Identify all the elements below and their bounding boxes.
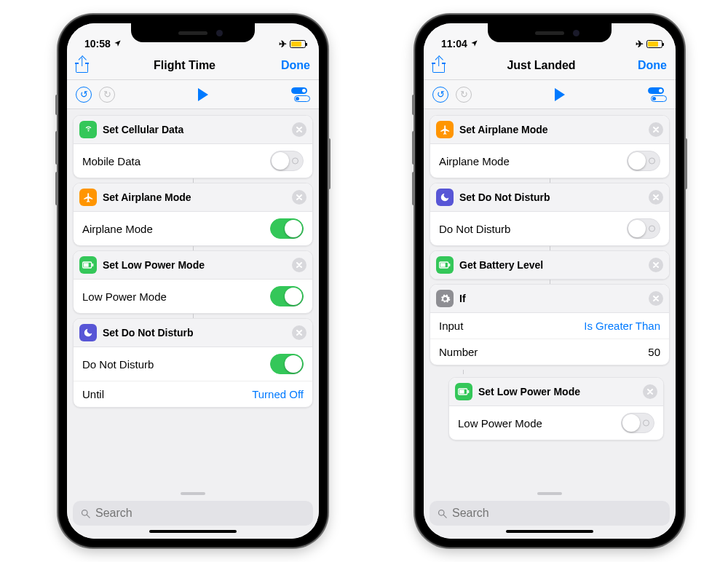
nav-bar: Flight Time Done: [67, 51, 319, 80]
bottom-sheet[interactable]: [424, 485, 676, 539]
drag-handle[interactable]: [181, 492, 205, 495]
action-title: Set Do Not Disturb: [459, 191, 643, 203]
svg-rect-10: [459, 389, 464, 393]
toggle-do-not-disturb[interactable]: [270, 354, 304, 374]
notch: [131, 23, 255, 42]
settings-button[interactable]: [291, 87, 310, 102]
bottom-sheet[interactable]: [67, 485, 319, 539]
airplane-icon: [79, 189, 97, 206]
share-icon[interactable]: [76, 58, 88, 73]
toggle-low-power-mode[interactable]: [270, 286, 304, 306]
row-airplane-mode: Airplane Mode: [430, 144, 669, 178]
action-title: Set Low Power Mode: [103, 259, 286, 271]
actions-list[interactable]: Set Cellular Data Mobile Data Set: [67, 109, 319, 485]
action-set-cellular-data[interactable]: Set Cellular Data Mobile Data: [73, 115, 313, 178]
done-button[interactable]: Done: [281, 59, 310, 72]
search-icon: [437, 508, 448, 519]
svg-line-12: [443, 515, 446, 518]
play-button[interactable]: [555, 88, 565, 101]
redo-button: ↻: [456, 87, 472, 103]
battery-icon: [79, 256, 97, 274]
done-button[interactable]: Done: [638, 59, 667, 72]
remove-action-button[interactable]: [649, 258, 663, 272]
svg-point-11: [439, 510, 445, 515]
toggle-mobile-data[interactable]: [270, 151, 304, 171]
remove-action-button[interactable]: [292, 190, 306, 205]
notch: [488, 23, 612, 42]
action-set-do-not-disturb[interactable]: Set Do Not Disturb Do Not Disturb: [430, 183, 670, 246]
action-title: Set Low Power Mode: [478, 386, 637, 397]
battery-icon: [455, 383, 472, 400]
action-get-battery-level[interactable]: Get Battery Level: [430, 250, 670, 280]
airplane-status-icon: ✈︎: [279, 39, 287, 50]
share-icon[interactable]: [432, 58, 445, 73]
row-do-not-disturb: Do Not Disturb: [74, 347, 312, 381]
battery-icon: [290, 40, 306, 48]
action-if[interactable]: If Input Is Greater Than Number 50: [430, 284, 670, 365]
row-low-power-mode: Low Power Mode: [449, 406, 663, 440]
action-set-low-power-mode[interactable]: Set Low Power Mode Low Power Mode: [73, 250, 313, 314]
row-low-power-mode: Low Power Mode: [74, 280, 312, 313]
location-icon: [114, 39, 122, 47]
status-time: 10:58: [84, 38, 111, 50]
row-airplane-mode: Airplane Mode: [74, 212, 312, 245]
location-icon: [470, 39, 478, 47]
toggle-do-not-disturb[interactable]: [627, 218, 660, 239]
search-input[interactable]: [452, 507, 662, 520]
toggle-low-power-mode[interactable]: [621, 413, 654, 433]
cellular-icon: [79, 121, 97, 138]
remove-action-button[interactable]: [649, 122, 663, 137]
actions-list[interactable]: Set Airplane Mode Airplane Mode S: [424, 109, 676, 485]
battery-icon: [646, 40, 662, 48]
row-until[interactable]: Until Turned Off: [74, 381, 312, 407]
toggle-airplane-mode[interactable]: [627, 151, 660, 171]
search-icon: [80, 508, 91, 519]
remove-action-button[interactable]: [292, 325, 306, 340]
svg-line-4: [87, 515, 90, 518]
remove-action-button[interactable]: [292, 258, 306, 272]
drag-handle[interactable]: [537, 492, 562, 495]
action-title: Set Airplane Mode: [459, 124, 643, 135]
action-title: Set Cellular Data: [103, 124, 286, 135]
remove-action-button[interactable]: [643, 384, 657, 399]
action-title: Set Airplane Mode: [103, 191, 286, 203]
battery-icon: [436, 256, 454, 274]
redo-button: ↻: [99, 87, 115, 103]
toggle-airplane-mode[interactable]: [270, 218, 304, 239]
svg-rect-1: [92, 264, 93, 266]
nav-bar: Just Landed Done: [424, 51, 676, 80]
row-do-not-disturb: Do Not Disturb: [430, 212, 669, 245]
svg-rect-7: [440, 263, 446, 266]
home-indicator[interactable]: [149, 530, 237, 533]
row-number[interactable]: Number 50: [430, 339, 669, 365]
action-set-airplane-mode[interactable]: Set Airplane Mode Airplane Mode: [430, 115, 670, 178]
phone-right: 11:04 ✈︎ Just Landed Done ↺ ↻: [415, 15, 684, 547]
nav-title: Just Landed: [507, 59, 575, 72]
toolbar: ↺ ↻: [67, 80, 319, 109]
phone-left: 10:58 ✈︎ Flight Time Done ↺ ↻: [58, 15, 328, 547]
airplane-status-icon: ✈︎: [636, 39, 644, 50]
remove-action-button[interactable]: [649, 291, 663, 306]
row-input[interactable]: Input Is Greater Than: [430, 313, 669, 339]
settings-button[interactable]: [648, 87, 667, 102]
undo-button[interactable]: ↺: [76, 87, 92, 103]
search-field[interactable]: [430, 501, 670, 526]
moon-icon: [79, 324, 97, 341]
row-mobile-data: Mobile Data: [74, 144, 312, 178]
airplane-icon: [436, 121, 454, 138]
action-set-low-power-mode-nested[interactable]: Set Low Power Mode Low Power Mode: [448, 377, 664, 440]
action-title: If: [459, 293, 643, 304]
remove-action-button[interactable]: [649, 190, 663, 205]
toolbar: ↺ ↻: [424, 80, 676, 109]
action-set-do-not-disturb[interactable]: Set Do Not Disturb Do Not Disturb Until …: [73, 318, 313, 408]
play-button[interactable]: [198, 88, 208, 101]
search-field[interactable]: [73, 501, 313, 526]
home-indicator[interactable]: [506, 530, 593, 533]
action-set-airplane-mode[interactable]: Set Airplane Mode Airplane Mode: [73, 183, 313, 246]
search-input[interactable]: [95, 507, 306, 520]
gear-icon: [436, 290, 454, 307]
moon-icon: [436, 189, 454, 206]
remove-action-button[interactable]: [292, 122, 306, 137]
svg-rect-2: [84, 263, 89, 266]
undo-button[interactable]: ↺: [432, 87, 448, 103]
